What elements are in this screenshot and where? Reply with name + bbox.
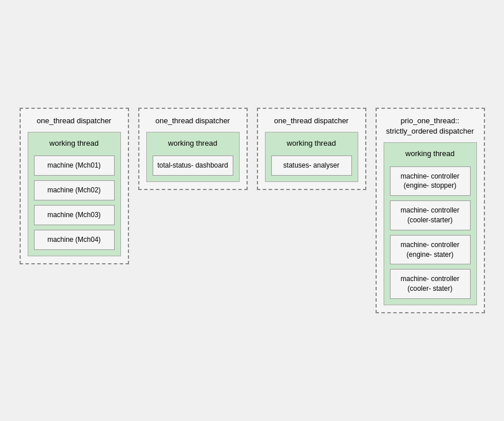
dispatcher-box-3: one_thread dispatcherworking threadstatu… — [257, 108, 366, 190]
working-thread-label-2: working thread — [168, 138, 217, 149]
working-thread-label-1: working thread — [50, 138, 98, 149]
agent-box-4-2: machine- controller (cooler-starter) — [390, 200, 471, 230]
agent-box-4-1: machine- controller (engine- stopper) — [390, 166, 471, 196]
dispatcher-box-2: one_thread dispatcherworking threadtotal… — [138, 108, 248, 190]
working-thread-box-2: working threadtotal-status- dashboard — [146, 132, 240, 182]
dispatcher-title-1: one_thread dispatcher — [37, 116, 111, 126]
diagram-container: one_thread dispatcherworking threadmachi… — [8, 96, 497, 325]
working-thread-box-3: working threadstatuses- analyser — [265, 132, 358, 182]
agent-box-1-3: machine (Mch03) — [34, 205, 115, 225]
working-thread-box-4: working threadmachine- controller (engin… — [384, 142, 477, 305]
agent-box-1-2: machine (Mch02) — [34, 180, 115, 200]
agent-box-4-3: machine- controller (engine- stater) — [390, 235, 471, 265]
agent-box-4-4: machine- controller (cooler- stater) — [390, 269, 471, 299]
dispatcher-title-2: one_thread dispatcher — [156, 116, 230, 126]
agent-box-2-1: total-status- dashboard — [153, 155, 233, 176]
dispatcher-box-1: one_thread dispatcherworking threadmachi… — [20, 108, 129, 264]
agent-box-3-1: statuses- analyser — [271, 155, 352, 176]
agent-box-1-4: machine (Mch04) — [34, 230, 115, 250]
dispatcher-box-4: prio_one_thread:: strictly_ordered dispa… — [376, 108, 485, 313]
dispatcher-title-4: prio_one_thread:: strictly_ordered dispa… — [384, 116, 477, 136]
agent-box-1-1: machine (Mch01) — [34, 155, 115, 176]
working-thread-box-1: working threadmachine (Mch01)machine (Mc… — [28, 132, 121, 256]
working-thread-label-3: working thread — [287, 138, 336, 149]
dispatcher-title-3: one_thread dispatcher — [274, 116, 348, 126]
working-thread-label-4: working thread — [406, 149, 454, 159]
